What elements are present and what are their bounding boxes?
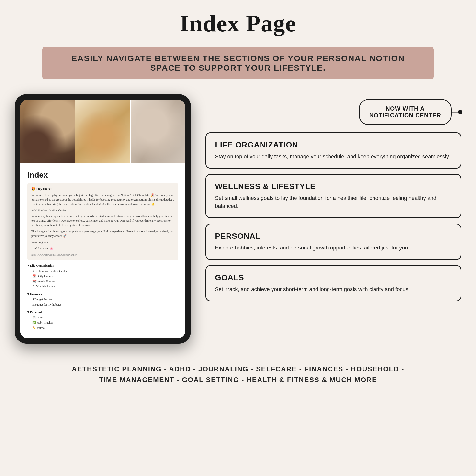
nav-budget-hobbies[interactable]: $ Budget for my hobbies — [27, 302, 178, 307]
tablet-screen: Index 🤩 Hey there! We wanted to drop by … — [20, 100, 186, 338]
nav-monthly-planner[interactable]: 🗓 Monthly Planner — [27, 284, 178, 289]
notification-text: NOW WITH A NOTIFICATION CENTER — [369, 105, 441, 119]
footer-line2: TIME MANAGEMENT - GOAL SETTING - HEALTH … — [99, 376, 377, 384]
nav-section-finances: ▾ Finances $ Budget Tracker $ Budget for… — [27, 292, 178, 307]
notification-badge: NOW WITH A NOTIFICATION CENTER — [359, 99, 452, 125]
welcome-greeting: 🤩 Hey there! — [31, 187, 174, 191]
notification-link[interactable]: ↗ Notion Notification Center — [31, 208, 174, 213]
nav-habit-tracker[interactable]: ✅ Habit Tracker — [27, 320, 178, 325]
personal-card-desc: Explore hobbies, interests, and personal… — [215, 244, 452, 252]
feature-card-life-org: LIFE ORGANIZATION Stay on top of your da… — [205, 132, 461, 169]
notification-box: NOW WITH A NOTIFICATION CENTER — [359, 99, 452, 125]
tablet-photo-3 — [131, 100, 186, 163]
welcome-body1: We wanted to drop by and send you a big … — [31, 193, 174, 206]
welcome-box: 🤩 Hey there! We wanted to drop by and se… — [27, 183, 178, 260]
feature-card-personal: PERSONAL Explore hobbies, interests, and… — [205, 223, 461, 260]
life-org-card-desc: Stay on top of your daily tasks, manage … — [215, 153, 452, 160]
tablet-container: Index 🤩 Hey there! We wanted to drop by … — [15, 94, 191, 344]
goals-card-title: GOALS — [215, 273, 452, 282]
tablet-index-title: Index — [27, 170, 178, 180]
nav-journal[interactable]: ✏️ Journal — [27, 325, 178, 330]
finances-title: ▾ Finances — [27, 292, 178, 296]
footer-line1: AETHSTETIC PLANNING - ADHD - JOURNALING … — [72, 365, 404, 373]
footer-text: AETHSTETIC PLANNING - ADHD - JOURNALING … — [15, 364, 461, 386]
nav-section-life: ▾ Life Organization ↗ Notion Notificatio… — [27, 264, 178, 289]
welcome-body2: Remember, this template is designed with… — [31, 214, 174, 227]
goals-card-desc: Set, track, and achieve your short-term … — [215, 285, 452, 293]
tablet-frame: Index 🤩 Hey there! We wanted to drop by … — [15, 94, 191, 344]
main-content: Index 🤩 Hey there! We wanted to drop by … — [15, 94, 461, 344]
tablet-photo-1 — [20, 100, 75, 163]
signature: Useful Planner 🌸 — [31, 246, 174, 251]
tablet-photos — [20, 100, 186, 163]
footer-banner: AETHSTETIC PLANNING - ADHD - JOURNALING … — [15, 356, 461, 386]
personal-card-title: PERSONAL — [215, 232, 452, 241]
page-title: Index Page — [180, 10, 296, 37]
nav-weekly-planner[interactable]: 📆 Weekly Planner — [27, 279, 178, 284]
tablet-photo-2 — [75, 100, 130, 163]
personal-title: ▾ Personal — [27, 310, 178, 314]
feature-card-wellness: WELLNESS & LIFESTYLE Set small wellness … — [205, 174, 461, 218]
etsy-url[interactable]: https://www.etsy.com/shop/UsefulPlanner — [31, 253, 174, 257]
subtitle-banner: EASILY NAVIGATE BETWEEN THE SECTIONS OF … — [42, 47, 434, 80]
wellness-card-title: WELLNESS & LIFESTYLE — [215, 182, 452, 191]
life-org-title: ▾ Life Organization — [27, 264, 178, 268]
tablet-content: Index 🤩 Hey there! We wanted to drop by … — [20, 163, 186, 338]
life-org-card-title: LIFE ORGANIZATION — [215, 140, 452, 150]
nav-budget-tracker[interactable]: $ Budget Tracker — [27, 297, 178, 302]
welcome-body3: Thanks again for choosing our template t… — [31, 229, 174, 238]
nav-notification-center[interactable]: ↗ Notion Notification Center — [27, 269, 178, 274]
features-container: NOW WITH A NOTIFICATION CENTER LIFE ORGA… — [205, 94, 461, 307]
nav-notes[interactable]: 📋 Notes — [27, 315, 178, 320]
nav-section-personal: ▾ Personal 📋 Notes ✅ Habit Tracker ✏️ Jo… — [27, 310, 178, 330]
subtitle-text: EASILY NAVIGATE BETWEEN THE SECTIONS OF … — [71, 53, 405, 72]
notification-dot — [458, 110, 462, 114]
warm-regards: Warm regards, — [31, 240, 174, 244]
wellness-card-desc: Set small wellness goals to lay the foun… — [215, 194, 452, 210]
feature-card-goals: GOALS Set, track, and achieve your short… — [205, 265, 461, 301]
nav-daily-planner[interactable]: 📅 Daily Planner — [27, 274, 178, 279]
